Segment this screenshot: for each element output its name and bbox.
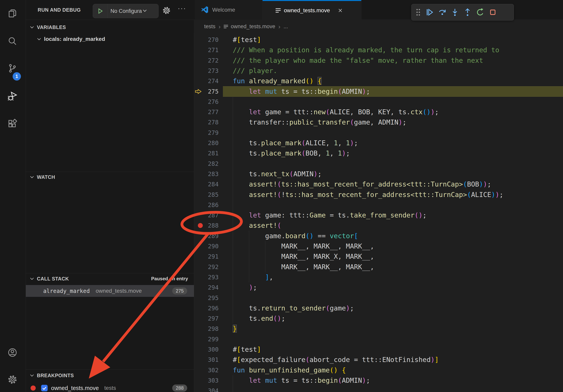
code-line-282[interactable]: 282 xyxy=(194,158,563,169)
code-line-271[interactable]: 271/// When a position is already marked… xyxy=(194,45,563,55)
indent-guide xyxy=(249,251,249,262)
step-over-button[interactable] xyxy=(436,6,448,19)
code-line-273[interactable]: 273/// player. xyxy=(194,65,563,76)
tab-owned-tests-move[interactable]: owned_tests.move xyxy=(263,0,361,20)
code-line-277[interactable]: 277let game = ttt::new(ALICE, BOB, KEY, … xyxy=(194,107,563,117)
breakpoint-file-name: owned_tests.move xyxy=(51,385,99,392)
code-line-274[interactable]: 274fun already_marked() { xyxy=(194,76,563,86)
tab-label: owned_tests.move xyxy=(284,7,330,14)
code-line-278[interactable]: 278transfer::public_transfer(game, ADMIN… xyxy=(194,117,563,128)
code-line-297[interactable]: 297ts.end(); xyxy=(194,313,563,324)
indent-guide xyxy=(233,262,233,272)
line-number: 292 xyxy=(200,262,218,272)
code-editor[interactable]: 270#[test]271/// When a position is alre… xyxy=(194,33,563,392)
debug-settings-gear-icon[interactable] xyxy=(162,6,171,15)
chevron-down-icon xyxy=(37,37,42,42)
explorer-icon[interactable] xyxy=(7,8,18,19)
line-number: 295 xyxy=(200,293,218,303)
code-line-279[interactable]: 279 xyxy=(194,128,563,138)
code-line-302[interactable]: 302fun burn_unfinished_game() { xyxy=(194,365,563,375)
indent-guide xyxy=(233,313,233,324)
line-number: 285 xyxy=(200,189,218,200)
code-line-287[interactable]: 287let game: ttt::Game = ts.take_from_se… xyxy=(194,210,563,221)
line-number: 271 xyxy=(200,45,218,55)
tab-welcome[interactable]: Welcome xyxy=(195,0,263,20)
indent-guide xyxy=(233,251,233,262)
settings-gear-icon[interactable] xyxy=(7,374,18,385)
code-line-280[interactable]: 280ts.place_mark(ALICE, 1, 1); xyxy=(194,138,563,148)
frame-function-name: already_marked xyxy=(43,288,90,294)
indent-guide xyxy=(233,231,233,241)
run-and-debug-icon[interactable] xyxy=(7,91,18,102)
code-text: let mut ts = ts::begin(ADMIN); xyxy=(249,375,370,386)
code-line-288[interactable]: 288assert!( xyxy=(194,220,563,231)
breakpoints-section-header[interactable]: BREAKPOINTS xyxy=(26,370,194,380)
breadcrumb-item-file[interactable]: owned_tests.move xyxy=(231,24,275,30)
line-number: 290 xyxy=(200,241,218,251)
indent-guide xyxy=(249,241,249,251)
panel-header: RUN AND DEBUG No Configura xyxy=(26,0,194,20)
panel-title: RUN AND DEBUG xyxy=(38,7,81,13)
paused-status-badge: Paused on entry xyxy=(151,274,188,284)
code-line-275[interactable]: 275let mut ts = ts::begin(ADMIN); xyxy=(194,86,563,97)
tab-label: Welcome xyxy=(212,7,235,13)
breakpoint-checkbox[interactable] xyxy=(41,384,48,392)
line-number: 289 xyxy=(200,231,218,241)
variables-section-header[interactable]: VARIABLES xyxy=(26,22,194,32)
chevron-down-icon xyxy=(142,8,147,14)
code-line-281[interactable]: 281ts.place_mark(BOB, 1, 1); xyxy=(194,148,563,158)
code-line-303[interactable]: 303let mut ts = ts::begin(ADMIN); xyxy=(194,375,563,386)
code-line-295[interactable]: 295 xyxy=(194,293,563,303)
indent-guide xyxy=(233,220,233,231)
continue-button[interactable] xyxy=(423,6,436,19)
code-text: ts.return_to_sender(game); xyxy=(249,303,354,314)
line-number: 282 xyxy=(200,158,218,169)
code-line-301[interactable]: 301#[expected_failure(abort_code = ttt::… xyxy=(194,354,563,365)
start-debug-config-dropdown[interactable]: No Configura xyxy=(93,4,159,18)
code-line-270[interactable]: 270#[test] xyxy=(194,35,563,45)
call-stack-frame-row[interactable]: already_marked owned_tests.move 275 xyxy=(26,285,194,297)
step-out-button[interactable] xyxy=(461,6,474,19)
code-line-284[interactable]: 284assert!(ts::has_most_recent_for_addre… xyxy=(194,179,563,189)
code-line-290[interactable]: 290MARK__, MARK__, MARK__, xyxy=(194,241,563,251)
indent-guide xyxy=(233,303,233,314)
indent-guide xyxy=(233,385,233,392)
code-line-304[interactable]: 304 xyxy=(194,385,563,392)
code-line-298[interactable]: 298} xyxy=(194,324,563,334)
drag-handle-icon[interactable] xyxy=(413,6,423,19)
line-number: 304 xyxy=(200,385,218,392)
code-line-296[interactable]: 296ts.return_to_sender(game); xyxy=(194,303,563,314)
search-icon[interactable] xyxy=(7,36,18,47)
code-line-292[interactable]: 292MARK__, MARK__, MARK__, xyxy=(194,262,563,272)
start-debugging-icon[interactable] xyxy=(93,4,108,18)
code-line-291[interactable]: 291MARK__, MARK_X, MARK__, xyxy=(194,251,563,262)
code-line-285[interactable]: 285assert!(!ts::has_most_recent_for_addr… xyxy=(194,189,563,200)
call-stack-section-header[interactable]: CALL STACK Paused on entry xyxy=(26,274,194,284)
close-icon[interactable] xyxy=(337,8,343,13)
source-control-icon[interactable] xyxy=(7,63,18,74)
code-line-294[interactable]: 294); xyxy=(194,282,563,293)
extensions-icon[interactable] xyxy=(7,118,18,129)
code-line-286[interactable]: 286 xyxy=(194,200,563,210)
breadcrumb-item-ellipsis[interactable]: ... xyxy=(283,24,288,30)
line-number: 275 xyxy=(200,86,218,97)
chevron-down-icon xyxy=(29,373,35,378)
breakpoint-list-item[interactable]: owned_tests.movetests288 xyxy=(26,383,194,392)
variables-scope-row[interactable]: locals: already_marked xyxy=(26,34,194,45)
code-line-289[interactable]: 289game.board() == vector[ xyxy=(194,231,563,241)
more-actions-button[interactable]: ··· xyxy=(178,4,186,12)
code-line-272[interactable]: 272/// the player who made the "false" m… xyxy=(194,55,563,66)
breadcrumb-item-tests[interactable]: tests xyxy=(204,24,215,30)
restart-button[interactable] xyxy=(474,6,486,19)
accounts-icon[interactable] xyxy=(7,347,18,358)
watch-section-header[interactable]: WATCH xyxy=(26,172,194,182)
indent-guide xyxy=(249,231,249,241)
code-line-276[interactable]: 276 xyxy=(194,96,563,107)
code-line-283[interactable]: 283ts.next_tx(ADMIN); xyxy=(194,169,563,179)
code-line-299[interactable]: 299 xyxy=(194,334,563,344)
stop-button[interactable] xyxy=(486,6,499,19)
code-line-300[interactable]: 300#[test] xyxy=(194,344,563,355)
code-line-293[interactable]: 293], xyxy=(194,272,563,282)
step-into-button[interactable] xyxy=(448,6,461,19)
line-number: 281 xyxy=(200,148,218,158)
